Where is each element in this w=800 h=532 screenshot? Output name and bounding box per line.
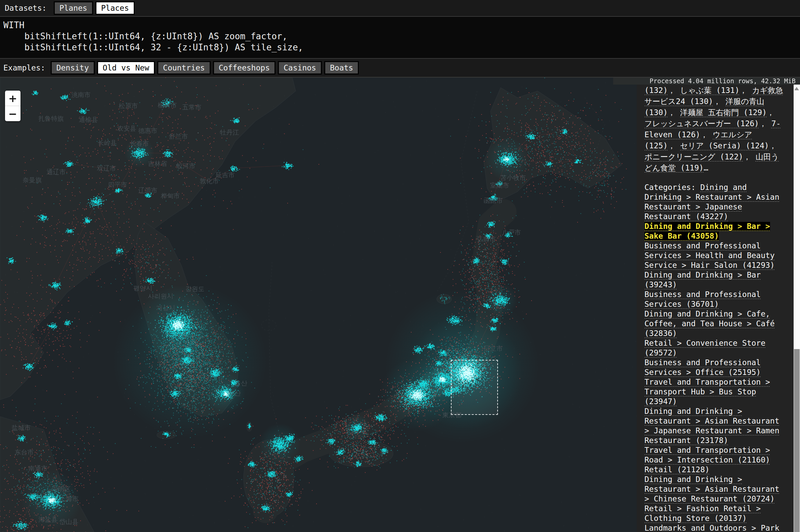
category-link[interactable]: Business and Professional Services (3670… [644, 290, 761, 308]
brand-link[interactable]: しゃぶ葉 (131) [680, 86, 740, 95]
category-link[interactable]: Dining and Drinking > Bar (39243) [644, 270, 761, 289]
category-link[interactable]: Travel and Transportation > Transport Hu… [644, 378, 770, 406]
scrollbar-thumb[interactable] [794, 349, 800, 532]
results-sidebar: Processed 4.04 million rows, 42.32 MiB (… [637, 78, 800, 532]
map-zoom-control: + − [5, 91, 20, 121]
scrollbar-up-arrow-icon[interactable] [794, 87, 799, 90]
categories-prefix: Categories: [644, 183, 700, 192]
category-link[interactable]: Business and Professional Services > Hea… [644, 241, 775, 269]
zoom-out-button[interactable]: − [5, 106, 20, 121]
examples-label: Examples: [3, 63, 46, 72]
query-status-text: Processed 4.04 million rows, 42.32 MiB [613, 78, 800, 84]
category-link[interactable]: Landmarks and Outdoors > Park (19498) [644, 524, 780, 532]
example-button-casinos[interactable]: Casinos [278, 61, 322, 75]
sidebar-scrollbar[interactable] [794, 84, 800, 532]
brand-link[interactable]: (132) [644, 86, 668, 95]
example-button-countries[interactable]: Countries [157, 61, 211, 75]
category-link[interactable]: Retail > Fashion Retail > Clothing Store… [644, 504, 761, 522]
example-button-coffeeshops[interactable]: Coffeeshops [213, 61, 275, 75]
brand-link[interactable]: フレッシュネスバーガー (126) [644, 119, 759, 128]
map-points-canvas[interactable] [0, 78, 637, 532]
brand-link[interactable]: セリア (Seria) (124) [680, 141, 769, 150]
dataset-button-planes[interactable]: Planes [54, 1, 93, 15]
category-link[interactable]: Dining and Drinking > Restaurant > Asian… [644, 475, 780, 503]
brand-link[interactable]: 洋麺屋 五右衛門 (129) [680, 108, 767, 117]
categories-list: Categories: Dining and Drinking > Restau… [644, 183, 785, 532]
examples-button-group: DensityOld vs NewCountriesCoffeeshopsCas… [51, 61, 362, 75]
map-selection-rectangle [451, 360, 498, 415]
category-link[interactable]: Dining and Drinking > Cafe, Coffee, and … [644, 309, 775, 338]
datasets-toolbar: Datasets: PlanesPlaces [0, 0, 800, 17]
category-link[interactable]: Travel and Transportation > Road > Inter… [644, 446, 770, 464]
dataset-button-places[interactable]: Places [95, 1, 135, 15]
sql-query-editor[interactable]: WITH bitShiftLeft(1::UInt64, {z:UInt8}) … [0, 17, 800, 59]
category-link-highlighted[interactable]: Dining and Drinking > Bar > Sake Bar (43… [644, 222, 770, 240]
datasets-label: Datasets: [5, 4, 47, 13]
results-text-panel: (132)， しゃぶ葉 (131)， カギ救急サービス24 (130)， 洋服の… [644, 85, 785, 532]
example-button-old-vs-new[interactable]: Old vs New [97, 61, 155, 75]
category-link[interactable]: Dining and Drinking > Restaurant > Asian… [644, 407, 780, 445]
example-button-boats[interactable]: Boats [324, 61, 359, 75]
brand-link[interactable]: ポニークリーニング (122) [644, 152, 743, 161]
brands-list: (132)， しゃぶ葉 (131)， カギ救急サービス24 (130)， 洋服の… [644, 85, 785, 173]
example-button-density[interactable]: Density [51, 61, 95, 75]
datasets-button-group: PlanesPlaces [54, 1, 137, 15]
category-link[interactable]: Business and Professional Services > Off… [644, 358, 761, 377]
category-link[interactable]: Retail > Convenience Store (29572) [644, 339, 765, 357]
category-link[interactable]: Retail (21128) [644, 465, 710, 474]
zoom-in-button[interactable]: + [5, 91, 20, 106]
map-viewport[interactable]: 洮南市松原市榆树市五常市扎鲁特旗通榆县农安县德惠市舒兰市长岭县长春市吉林省蛟河市… [0, 78, 637, 532]
examples-toolbar: Examples: DensityOld vs NewCountriesCoff… [0, 59, 800, 78]
